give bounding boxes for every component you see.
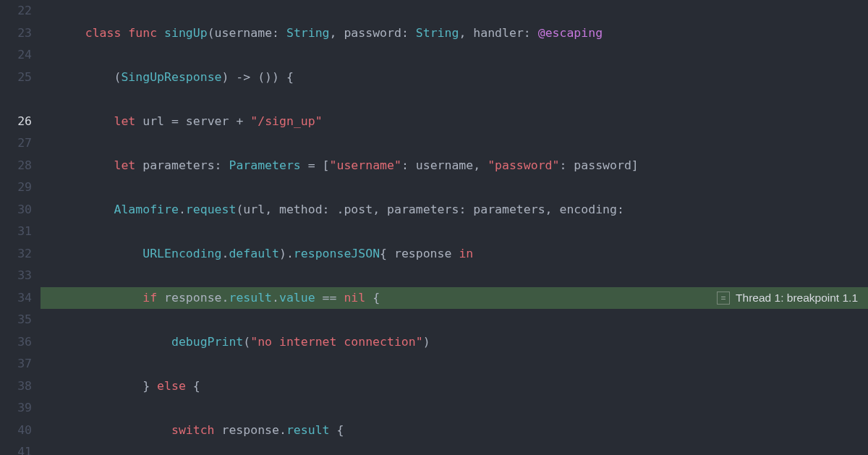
code-line[interactable]: switch response.result { [56,420,868,442]
identifier: password [574,158,631,172]
line-number[interactable]: 40 [0,420,32,442]
line-number[interactable]: 33 [0,265,32,287]
code-editor[interactable]: 22 23 24 25 26 27 28 29 30 31 32 33 34 3… [0,0,868,455]
line-number[interactable]: 31 [0,221,32,243]
line-number[interactable]: 36 [0,331,32,354]
line-number[interactable]: 38 [0,375,32,398]
line-number[interactable]: 23 [0,22,32,45]
identifier: response [164,291,221,305]
param-label: method [279,203,323,216]
code-line[interactable]: let parameters: Parameters = ["username"… [56,155,868,177]
keyword: switch [171,423,215,437]
line-number-gutter[interactable]: 22 23 24 25 26 27 28 29 30 31 32 33 34 3… [0,0,43,455]
method: responseJSON [294,247,380,260]
property: result [229,291,272,305]
identifier: url [142,114,164,128]
property: value [279,291,315,305]
keyword: class [85,26,122,40]
property: result [286,423,330,437]
code-line[interactable]: (SingUpResponse) -> ()) { [56,67,868,89]
function-name: singUp [164,26,208,40]
keyword: let [114,158,135,172]
line-number[interactable]: 35 [0,309,32,331]
code-line[interactable]: Alamofire.request(url, method: .post, pa… [56,199,868,221]
line-number[interactable]: 28 [0,155,32,177]
param-label: parameters [387,203,459,216]
type: String [416,26,459,40]
line-number[interactable]: 22 [0,0,32,22]
param: password [344,26,401,40]
thread-text: Thread 1: breakpoint 1.1 [736,287,858,310]
param: handler [473,26,524,40]
code-line[interactable]: let url = server + "/sign_up" [56,111,868,133]
string: "/sign_up" [250,114,322,128]
attribute: @escaping [538,26,603,40]
keyword: in [459,247,473,260]
type: Alamofire [114,203,178,216]
param-label: encoding [559,203,616,216]
line-number[interactable]: 32 [0,243,32,265]
string: "password" [488,158,559,172]
identifier: response [222,423,279,437]
line-number[interactable]: 41 [0,441,32,455]
property: default [229,247,279,260]
string: "no internet connection" [250,335,422,349]
line-number[interactable]: 29 [0,177,32,199]
thread-icon: = [717,292,730,305]
line-number[interactable] [0,88,32,111]
identifier: response [394,247,451,260]
method: request [186,203,237,216]
code-area[interactable]: class func singUp(username: String, pass… [43,0,868,455]
line-number-breakpoint[interactable]: 26 [0,111,32,133]
keyword: else [157,379,186,393]
string: "username" [330,158,401,172]
type: URLEncoding [142,247,221,260]
identifier: url [243,203,265,216]
code-line[interactable]: debugPrint("no internet connection") [56,331,868,354]
line-number[interactable]: 37 [0,353,32,375]
identifier: username [416,158,473,172]
type: String [286,26,330,40]
line-number[interactable]: 39 [0,397,32,420]
line-number[interactable]: 25 [0,67,32,89]
line-number[interactable]: 34 [0,287,32,310]
type: SingUpResponse [121,70,221,84]
keyword: if [142,291,157,305]
identifier: parameters [142,158,214,172]
code-line[interactable]: URLEncoding.default).responseJSON{ respo… [56,243,868,265]
type: Parameters [229,158,300,172]
code-line[interactable]: } else { [56,375,868,398]
identifier: server [186,114,229,128]
keyword: let [114,114,135,128]
line-number[interactable]: 24 [0,44,32,67]
line-number[interactable]: 30 [0,199,32,221]
enum-case: post [344,203,373,216]
breakpoint-marker[interactable] [0,111,32,133]
identifier: parameters [473,203,545,216]
code-line[interactable]: class func singUp(username: String, pass… [56,22,868,45]
line-number[interactable]: 27 [0,132,32,155]
param: username [215,26,272,40]
function-call: debugPrint [171,335,243,349]
keyword: func [128,26,157,40]
keyword: nil [344,291,365,305]
thread-breakpoint-badge[interactable]: =Thread 1: breakpoint 1.1 [712,287,868,310]
code-line-highlighted[interactable]: if response.result.value == nil {=Thread… [43,287,868,310]
